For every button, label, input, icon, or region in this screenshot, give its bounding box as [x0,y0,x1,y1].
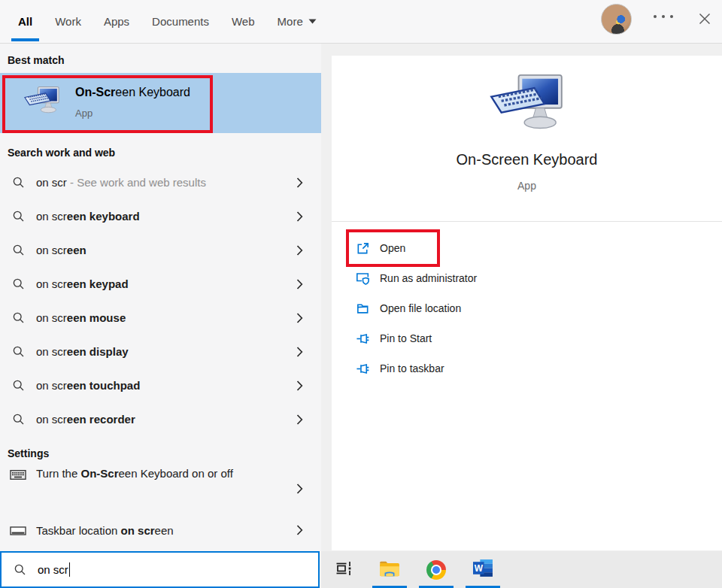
context-actions: Open Run as administrator Open file loca… [332,233,722,383]
action-open-file-location[interactable]: Open file location [332,293,722,323]
chevron-right-icon [296,525,303,536]
chrome-button[interactable] [417,551,455,588]
pin-icon [355,362,370,376]
filter-tabs: All Work Apps Documents Web More [18,0,317,43]
tab-apps[interactable]: Apps [104,0,129,43]
suggestion-see-results[interactable]: on scr - See work and web results [0,165,321,199]
word-icon: W [473,559,493,580]
search-query-text: on scr [38,563,68,576]
tab-web[interactable]: Web [232,0,255,43]
divider [332,221,722,222]
search-icon [14,563,26,576]
tab-work[interactable]: Work [55,0,81,43]
suggestion-on-screen-mouse[interactable]: on screen mouse [0,301,321,335]
suggestion-on-screen-touchpad[interactable]: on screen touchpad [0,368,321,402]
suggestion-on-screen-recorder[interactable]: on screen recorder [0,402,321,436]
pin-icon [355,332,370,346]
admin-shield-icon [355,271,370,286]
close-icon [699,13,711,28]
preview-pane: On-Screen Keyboard App Open Run as admin… [332,56,722,550]
tab-more[interactable]: More [278,0,317,43]
suggestion-on-screen-keypad[interactable]: on screen keypad [0,267,321,301]
user-avatar[interactable] [601,4,632,35]
action-pin-to-taskbar[interactable]: Pin to taskbar [332,353,722,383]
svg-text:W: W [474,563,483,574]
best-match-title: On-Screen Keyboard [75,86,190,99]
best-match-header: Best match [8,54,64,66]
action-run-as-administrator[interactable]: Run as administrator [332,263,722,293]
chevron-right-icon [296,177,303,188]
tab-documents[interactable]: Documents [152,0,209,43]
chevron-right-icon [296,244,303,256]
task-view-icon [334,559,353,581]
more-options-icon[interactable] [654,15,673,18]
chevron-right-icon [296,414,303,425]
chevron-right-icon [296,278,303,289]
best-match-subtitle: App [75,108,93,119]
setting-turn-osk-on-off[interactable]: Turn the On-Screen Keyboard on or off [0,465,321,514]
suggestion-list: on scr - See work and web results on scr… [0,165,321,436]
search-icon [12,345,25,361]
file-explorer-button[interactable] [371,551,408,588]
chevron-down-icon [308,19,317,24]
results-panel: Best match [0,44,321,588]
chrome-icon [426,560,446,580]
action-pin-to-start[interactable]: Pin to Start [332,323,722,353]
web-section-header: Search work and web [8,147,115,159]
task-view-button[interactable] [323,551,364,588]
search-icon [12,210,25,226]
chevron-right-icon [296,211,303,222]
file-explorer-icon [379,559,400,580]
search-icon [12,379,25,395]
search-icon [12,311,25,327]
search-icon [12,277,25,293]
chevron-right-icon [296,312,303,323]
taskbar-icon [10,525,26,540]
on-screen-keyboard-icon-large [332,56,722,137]
app-subtitle: App [332,179,722,192]
folder-icon [355,302,370,316]
search-header: All Work Apps Documents Web More [0,0,722,44]
suggestion-on-screen[interactable]: on screen [0,233,321,267]
open-icon [355,241,370,256]
close-button[interactable] [694,10,715,31]
search-icon [12,244,25,259]
word-button[interactable]: W [464,551,502,588]
windows-search-flyout: All Work Apps Documents Web More Best ma… [0,0,722,588]
suggestion-on-screen-display[interactable]: on screen display [0,335,321,368]
tab-all[interactable]: All [18,0,32,43]
action-open[interactable]: Open [332,233,722,263]
search-icon [12,176,25,192]
search-icon [12,413,25,429]
on-screen-keyboard-icon [24,86,60,120]
suggestion-on-screen-keyboard[interactable]: on screen keyboard [0,199,321,233]
chevron-right-icon [296,346,303,357]
best-match-result[interactable]: On-Screen Keyboard App [0,73,321,133]
taskbar: W [321,551,722,588]
chevron-right-icon [296,380,303,391]
setting-taskbar-location[interactable]: Taskbar location on screen [0,520,321,552]
search-input[interactable]: on scr [0,551,320,588]
app-title: On-Screen Keyboard [332,149,722,170]
text-cursor [69,562,70,577]
keyboard-icon [10,468,26,484]
settings-section-header: Settings [8,447,49,459]
chevron-right-icon [296,483,303,495]
